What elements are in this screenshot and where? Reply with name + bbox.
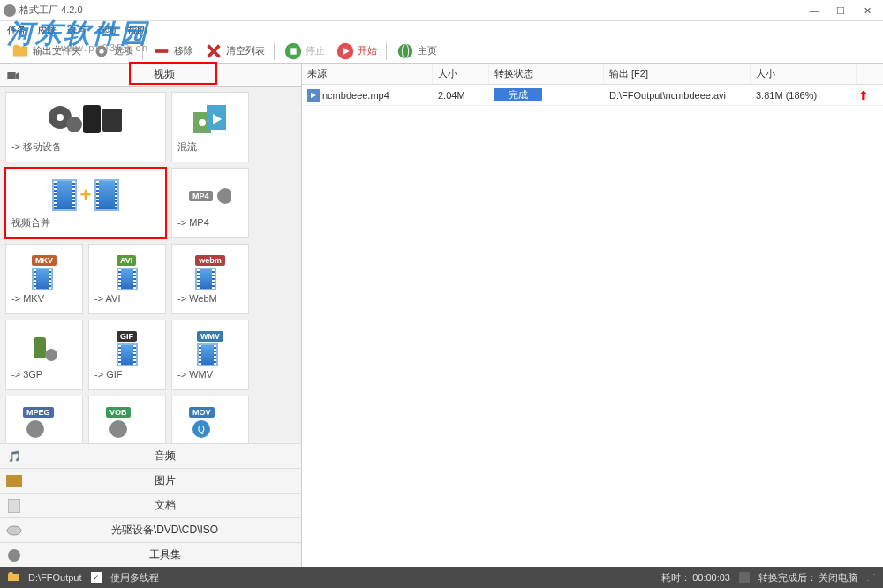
card-3gp-label: -> 3GP (6, 369, 82, 380)
remove-label: 移除 (174, 44, 193, 57)
window-controls: — ☐ ✕ (809, 5, 879, 16)
cell-size2: 3.81M (186%) (751, 87, 857, 104)
table-header: 来源 大小 转换状态 输出 [F2] 大小 (302, 64, 883, 85)
svg-rect-13 (102, 109, 122, 132)
resize-grip-icon[interactable]: ⋰ (866, 572, 876, 584)
start-label: 开始 (358, 44, 377, 57)
card-mux-label: 混流 (172, 140, 248, 154)
category-audio[interactable]: 🎵 音频 (0, 443, 301, 468)
watermark-url: www.pc0359.cn (58, 42, 149, 53)
home-label: 主页 (418, 44, 437, 57)
elapsed-label: 耗时： (661, 571, 691, 584)
camera-tab-icon[interactable] (0, 64, 26, 86)
sidebar-tab-row: 视频 (0, 64, 301, 87)
clear-list-label: 清空列表 (226, 44, 265, 57)
music-icon: 🎵 (0, 450, 28, 463)
th-output[interactable]: 输出 [F2] (604, 64, 751, 84)
card-mobile-device[interactable]: -> 移动设备 (5, 92, 166, 162)
close-icon[interactable]: ✕ (862, 5, 872, 16)
multithread-checkbox[interactable]: ✓ (91, 572, 102, 583)
document-icon (0, 499, 28, 513)
cat-document-label: 文档 (28, 498, 301, 513)
remove-button[interactable]: 移除 (148, 40, 197, 63)
table-row[interactable]: ncmbdeee.mp4 2.04M 完成 D:\FFOutput\ncmbde… (302, 85, 883, 106)
cat-picture-label: 图片 (28, 473, 301, 488)
sidebar: 视频 -> 移动设备 混流 (0, 64, 302, 567)
toolbar-separator (386, 42, 387, 60)
home-button[interactable]: 主页 (392, 40, 441, 63)
category-picture[interactable]: 图片 (0, 468, 301, 493)
card-vob[interactable]: VOB -> VOB (88, 396, 166, 443)
output-path[interactable]: D:\FFOutput (28, 572, 82, 583)
svg-rect-18 (34, 337, 46, 358)
3gp-icon (23, 330, 65, 366)
th-size2[interactable]: 大小 (751, 64, 857, 84)
after-checkbox[interactable] (739, 572, 750, 583)
card-mobile-label: -> 移动设备 (6, 140, 165, 154)
after-label: 转换完成后： (758, 571, 817, 584)
svg-point-19 (45, 349, 57, 361)
card-mov[interactable]: MOVQ -> MOV (171, 396, 249, 443)
th-source[interactable]: 来源 (302, 64, 433, 84)
minimize-icon[interactable]: — (809, 5, 819, 16)
statusbar: D:\FFOutput ✓ 使用多线程 耗时： 00:00:03 转换完成后： … (0, 567, 883, 588)
svg-point-27 (8, 549, 20, 562)
card-avi[interactable]: AVI -> AVI (88, 244, 166, 314)
cell-status: 完成 (489, 85, 604, 105)
svg-text:Q: Q (198, 425, 205, 434)
maximize-icon[interactable]: ☐ (835, 5, 846, 16)
category-disc[interactable]: 光驱设备\DVD\CD\ISO (0, 517, 301, 542)
stop-label: 停止 (306, 44, 325, 57)
stop-button[interactable]: 停止 (280, 40, 328, 63)
svg-rect-25 (8, 499, 20, 513)
window-title: 格式工厂 4.2.0 (19, 4, 83, 17)
category-toolset[interactable]: 工具集 (0, 542, 301, 567)
th-size[interactable]: 大小 (433, 64, 489, 84)
content-panel: 来源 大小 转换状态 输出 [F2] 大小 ncmbdeee.mp4 2.04M… (302, 64, 883, 567)
card-gif-label: -> GIF (89, 369, 165, 380)
cat-disc-label: 光驱设备\DVD\CD\ISO (28, 523, 301, 538)
svg-rect-24 (6, 475, 22, 487)
svg-rect-4 (290, 48, 296, 54)
folder-icon[interactable] (7, 572, 19, 583)
multithread-label: 使用多线程 (110, 571, 159, 584)
mkv-icon: MKV (23, 254, 65, 290)
image-icon (0, 475, 28, 487)
up-arrow-icon[interactable]: ⬆ (858, 88, 883, 102)
file-icon (307, 89, 320, 102)
card-3gp[interactable]: -> 3GP (5, 320, 83, 390)
toolbar-separator (274, 42, 275, 60)
status-badge: 完成 (494, 88, 542, 101)
svg-point-26 (7, 526, 21, 535)
card-gif[interactable]: GIF -> GIF (88, 320, 166, 390)
svg-point-10 (57, 114, 64, 121)
tools-icon (0, 548, 28, 562)
video-join-icon: + (37, 177, 134, 213)
card-webm[interactable]: webm -> WebM (171, 244, 249, 314)
card-wmv[interactable]: WMV -> WMV (171, 320, 249, 390)
card-avi-label: -> AVI (89, 293, 165, 304)
tab-video[interactable]: 视频 (26, 64, 301, 86)
avi-icon: AVI (106, 254, 148, 290)
card-mkv[interactable]: MKV -> MKV (5, 244, 83, 314)
cell-size: 2.04M (433, 87, 489, 104)
globe-icon (396, 41, 415, 61)
stop-icon (283, 41, 303, 61)
category-document[interactable]: 文档 (0, 493, 301, 517)
mp4-icon: MP4 (189, 178, 231, 214)
minus-icon (152, 41, 171, 61)
gif-icon: GIF (106, 330, 148, 366)
mobile-device-icon (46, 102, 125, 137)
vob-icon: VOB (106, 406, 148, 441)
svg-rect-12 (83, 105, 101, 133)
card-mux[interactable]: 混流 (171, 92, 249, 162)
card-mp4[interactable]: MP4 -> MP4 (171, 168, 249, 238)
svg-point-17 (217, 188, 231, 204)
play-icon (336, 41, 355, 61)
start-button[interactable]: 开始 (332, 40, 381, 63)
card-video-join[interactable]: + 视频合并 (5, 168, 166, 238)
clear-list-button[interactable]: 清空列表 (200, 40, 268, 63)
th-status[interactable]: 转换状态 (489, 64, 604, 84)
mux-icon (189, 102, 231, 137)
card-mpg[interactable]: MPEG -> MPG (5, 396, 83, 443)
